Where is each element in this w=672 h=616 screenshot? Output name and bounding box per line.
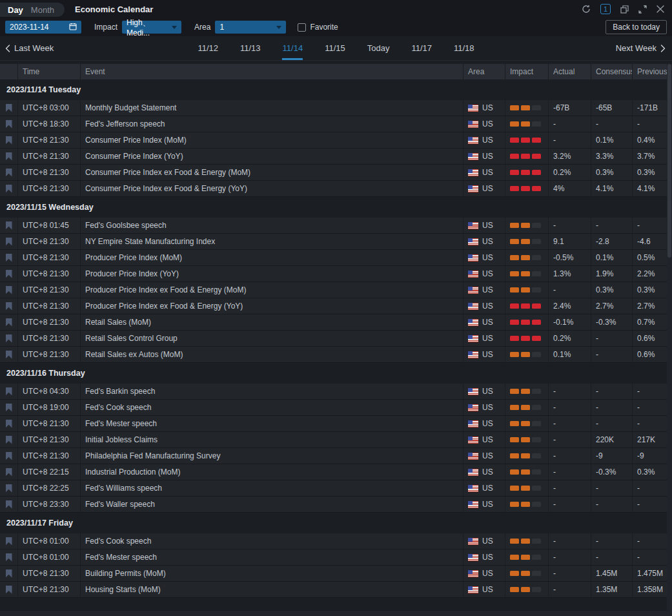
week-day-tab-11-12[interactable]: 11/12 bbox=[196, 36, 219, 60]
impact-bar-segment bbox=[521, 287, 530, 293]
bookmark-icon[interactable] bbox=[6, 570, 12, 578]
favorite-checkbox[interactable] bbox=[298, 23, 306, 32]
impact-bar-segment bbox=[510, 121, 519, 127]
table-row[interactable]: UTC+8 23:30Fed's Waller speechUS--- bbox=[0, 497, 672, 513]
us-flag-icon bbox=[468, 351, 478, 358]
tab-month[interactable]: Month bbox=[27, 5, 58, 15]
bookmark-icon[interactable] bbox=[6, 254, 12, 262]
table-row[interactable]: UTC+8 19:00Fed's Cook speechUS--- bbox=[0, 400, 672, 416]
table-row[interactable]: UTC+8 21:30Building Permits (MoM)US-1.45… bbox=[0, 566, 672, 582]
bookmark-icon[interactable] bbox=[6, 420, 12, 428]
impact-bar-segment bbox=[510, 303, 519, 309]
bookmark-icon[interactable] bbox=[6, 221, 12, 230]
table-row[interactable]: UTC+8 21:30Consumer Price Index (YoY)US3… bbox=[0, 149, 672, 165]
table-row[interactable]: UTC+8 01:00Fed's Cook speechUS--- bbox=[0, 533, 672, 549]
previous-cell: 2.2% bbox=[633, 266, 672, 282]
impact-bar-segment bbox=[532, 320, 541, 325]
window-count-badge[interactable]: 1 bbox=[600, 4, 611, 14]
area-cell: US bbox=[463, 582, 505, 597]
back-to-today-button[interactable]: Back to today bbox=[606, 20, 667, 34]
bookmark-icon[interactable] bbox=[6, 586, 12, 594]
week-day-tab-11-14[interactable]: 11/14 bbox=[281, 36, 305, 60]
bookmark-icon[interactable] bbox=[6, 136, 12, 145]
bookmark-icon[interactable] bbox=[6, 302, 12, 311]
bookmark-icon[interactable] bbox=[6, 468, 12, 477]
favorite-cell bbox=[0, 282, 18, 298]
table-row[interactable]: UTC+8 03:00Monthly Budget StatementUS-67… bbox=[0, 100, 672, 116]
table-row[interactable]: UTC+8 21:30Consumer Price Index (MoM)US-… bbox=[0, 132, 672, 149]
week-day-tab-11-17[interactable]: 11/17 bbox=[410, 36, 433, 60]
table-row[interactable]: UTC+8 21:30Retail Sales ex Autos (MoM)US… bbox=[0, 347, 672, 363]
bookmark-icon[interactable] bbox=[6, 404, 12, 412]
horizontal-scrollbar[interactable] bbox=[0, 611, 672, 616]
table-row[interactable]: UTC+8 18:30Fed's Jefferson speechUS--- bbox=[0, 116, 672, 132]
bookmark-icon[interactable] bbox=[6, 238, 12, 246]
area-filter-dropdown[interactable]: 1 bbox=[215, 21, 286, 34]
bookmark-icon[interactable] bbox=[6, 436, 12, 444]
table-row[interactable]: UTC+8 21:30Producer Price Index (MoM)US-… bbox=[0, 250, 672, 266]
bookmark-icon[interactable] bbox=[6, 500, 12, 509]
table-row[interactable]: UTC+8 21:30Fed's Mester speechUS--- bbox=[0, 416, 672, 432]
table-row[interactable]: UTC+8 04:30Fed's Barkin speechUS--- bbox=[0, 384, 672, 400]
bookmark-icon[interactable] bbox=[6, 286, 12, 294]
close-icon[interactable] bbox=[657, 5, 664, 13]
bookmark-icon[interactable] bbox=[6, 104, 12, 112]
table-row[interactable]: UTC+8 21:30Retail Sales (MoM)US-0.1%-0.3… bbox=[0, 314, 672, 331]
next-week-button[interactable]: Next Week bbox=[616, 43, 666, 53]
window-controls: 1 bbox=[582, 4, 672, 14]
impact-bar-segment bbox=[510, 186, 519, 191]
table-row[interactable]: UTC+8 21:30Consumer Price Index ex Food … bbox=[0, 165, 672, 181]
table-row[interactable]: UTC+8 21:30Philadelphia Fed Manufacturin… bbox=[0, 448, 672, 464]
date-picker[interactable]: 2023-11-14 bbox=[5, 21, 81, 34]
expand-icon[interactable] bbox=[638, 5, 647, 14]
impact-bar-segment bbox=[521, 170, 530, 175]
bookmark-icon[interactable] bbox=[6, 120, 12, 128]
table-row[interactable]: UTC+8 22:25Fed's Williams speechUS--- bbox=[0, 480, 672, 497]
bookmark-icon[interactable] bbox=[6, 185, 12, 193]
event-cell: Philadelphia Fed Manufacturing Survey bbox=[81, 448, 463, 464]
bookmark-icon[interactable] bbox=[6, 484, 12, 493]
us-flag-icon bbox=[468, 469, 478, 476]
last-week-button[interactable]: Last Week bbox=[5, 43, 54, 53]
bookmark-icon[interactable] bbox=[6, 351, 12, 359]
restore-window-icon[interactable] bbox=[620, 5, 629, 14]
us-flag-icon bbox=[468, 404, 478, 411]
week-day-tab-11-15[interactable]: 11/15 bbox=[323, 36, 347, 60]
event-cell: Retail Sales Control Group bbox=[81, 331, 463, 346]
week-day-tab-11-18[interactable]: 11/18 bbox=[453, 36, 476, 60]
refresh-icon[interactable] bbox=[582, 5, 591, 14]
bookmark-icon[interactable] bbox=[6, 537, 12, 546]
event-cell: Producer Price Index (YoY) bbox=[81, 266, 463, 282]
bookmark-icon[interactable] bbox=[6, 387, 12, 396]
table-row[interactable]: UTC+8 21:30NY Empire State Manufacturing… bbox=[0, 234, 672, 250]
table-row[interactable]: UTC+8 21:30Consumer Price Index ex Food … bbox=[0, 181, 672, 197]
bookmark-icon[interactable] bbox=[6, 152, 12, 161]
table-row[interactable]: UTC+8 21:30Producer Price Index ex Food … bbox=[0, 298, 672, 314]
table-row[interactable]: UTC+8 01:00Fed's Mester speechUS--- bbox=[0, 549, 672, 566]
table-row[interactable]: UTC+8 01:45Fed's Goolsbee speechUS--- bbox=[0, 218, 672, 234]
time-cell: UTC+8 21:30 bbox=[18, 132, 81, 148]
table-row[interactable]: UTC+8 21:30Producer Price Index (YoY)US1… bbox=[0, 266, 672, 282]
table-row[interactable]: UTC+8 21:30Producer Price Index ex Food … bbox=[0, 282, 672, 298]
impact-filter-dropdown[interactable]: High、Medi... bbox=[122, 21, 181, 34]
table-row[interactable]: UTC+8 21:30Initial Jobless ClaimsUS-220K… bbox=[0, 432, 672, 448]
bookmark-icon[interactable] bbox=[6, 169, 12, 177]
bookmark-icon[interactable] bbox=[6, 452, 12, 460]
area-label: US bbox=[482, 184, 493, 193]
bookmark-icon[interactable] bbox=[6, 270, 12, 278]
area-cell: US bbox=[463, 384, 505, 399]
bookmark-icon[interactable] bbox=[6, 318, 12, 327]
table-row[interactable]: UTC+8 21:30Housing Starts (MoM)US-1.35M1… bbox=[0, 582, 672, 598]
scrollbar-thumb[interactable] bbox=[667, 64, 671, 258]
vertical-scrollbar[interactable] bbox=[667, 64, 672, 611]
week-day-tab-11-13[interactable]: 11/13 bbox=[239, 36, 262, 60]
week-day-tab-Today[interactable]: Today bbox=[366, 36, 391, 60]
table-row[interactable]: UTC+8 22:15Industrial Production (MoM)US… bbox=[0, 464, 672, 480]
event-cell: Monthly Budget Statement bbox=[81, 100, 463, 116]
consensus-cell: - bbox=[591, 384, 633, 399]
tab-day[interactable]: Day bbox=[4, 5, 27, 15]
bookmark-icon[interactable] bbox=[6, 334, 12, 343]
previous-cell: 0.5% bbox=[633, 250, 672, 265]
table-row[interactable]: UTC+8 21:30Retail Sales Control GroupUS0… bbox=[0, 331, 672, 347]
bookmark-icon[interactable] bbox=[6, 553, 12, 562]
